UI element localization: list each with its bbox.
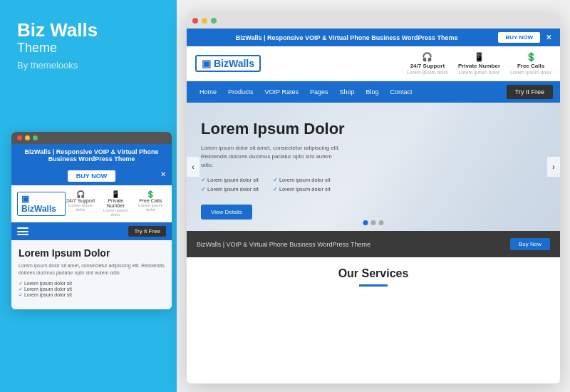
maximize-dot xyxy=(33,135,38,140)
mobile-buy-button[interactable]: BUY NOW xyxy=(68,170,115,182)
mobile-calls-icon: 💲 Free Calls Lorem ipsum dolor xyxy=(135,190,166,217)
hero-dot-1[interactable] xyxy=(363,220,368,225)
hero-dot-3[interactable] xyxy=(379,220,384,225)
mobile-hero-text: Lorem ipsum dolor sit amet, consectetur … xyxy=(19,262,165,277)
calls-label: Free Calls xyxy=(517,63,544,69)
nav-products[interactable]: Products xyxy=(222,81,259,103)
mobile-hero: Lorem Ipsum Dolor Lorem ipsum dolor sit … xyxy=(11,240,172,309)
mobile-header-icons: 🎧 24/7 Support Lorem ipsum dolor 📱 Priva… xyxy=(66,190,166,217)
desktop-mockup: BizWalls | Responsive VOIP & Virtual Pho… xyxy=(187,13,560,383)
mobile-try-free-button[interactable]: Try It Free xyxy=(128,226,166,237)
mobile-nav: Try It Free xyxy=(11,222,172,240)
desktop-support: 🎧 24/7 Support Lorem ipsum dolor xyxy=(407,52,448,75)
desktop-hero-lists: Lorem ipsum dolor sit Lorem ipsum dolor … xyxy=(201,177,546,195)
logo-box-icon: ▣ xyxy=(202,58,211,69)
phone-icon: 📱 xyxy=(100,190,131,198)
phone-icon: 📱 xyxy=(474,52,484,62)
services-underline xyxy=(359,284,388,287)
view-details-button[interactable]: View Details xyxy=(201,205,252,220)
nav-voip[interactable]: VOIP Rates xyxy=(259,81,304,103)
support-sub: Lorem ipsum dolor xyxy=(407,70,448,75)
mobile-buy-bar: BUY NOW ✕ xyxy=(11,167,172,185)
support-sub: Lorem ipsum dolor xyxy=(66,203,96,212)
desktop-try-free-button[interactable]: Try It Free xyxy=(507,85,553,99)
hamburger-line1 xyxy=(17,227,28,229)
minimize-dot xyxy=(25,135,30,140)
desktop-titlebar xyxy=(187,13,560,29)
desktop-logo-text: BizWalls xyxy=(214,58,254,69)
minimize-dot xyxy=(202,18,207,24)
mobile-hero-title: Lorem Ipsum Dolor xyxy=(19,247,165,259)
mobile-header: ▣ BizWalls 🎧 24/7 Support Lorem ipsum do… xyxy=(11,185,172,222)
nav-shop[interactable]: Shop xyxy=(333,81,360,103)
mobile-close-icon[interactable]: ✕ xyxy=(160,170,166,178)
nav-contact[interactable]: Contact xyxy=(384,81,418,103)
list-item: Lorem ipsum dolor sit xyxy=(19,292,165,298)
private-sub: Lorem ipsum dolor xyxy=(458,70,499,75)
title-text: Biz Walls xyxy=(17,20,160,41)
nav-pages[interactable]: Pages xyxy=(304,81,334,103)
list-item: Lorem ipsum dolor sit xyxy=(273,177,331,183)
headphone-icon: 🎧 xyxy=(422,52,432,62)
hero-dot-2[interactable] xyxy=(371,220,376,225)
mobile-notif-text: BizWalls | Responsive VOIP & Virtual Pho… xyxy=(25,148,159,163)
author-text: By themelooks xyxy=(17,60,160,71)
mobile-private-icon: 📱 Private Number Lorem ipsum dolor xyxy=(100,190,131,217)
hamburger-menu[interactable] xyxy=(17,227,28,235)
calls-label: Free Calls xyxy=(135,198,166,203)
left-panel: Biz Walls Theme By themelooks BizWalls |… xyxy=(0,0,177,392)
desktop-hero: ‹ Lorem Ipsum Dolor Lorem ipsum dolor si… xyxy=(187,103,560,231)
logo-icon: ▣ xyxy=(21,194,29,204)
desktop-hero-text: Lorem ipsum dolor sit amet, consectetur … xyxy=(201,144,343,170)
desktop-hero-title: Lorem Ipsum Dolor xyxy=(201,120,546,138)
calls-sub: Lorem ipsum dolor xyxy=(135,203,166,212)
headphone-icon: 🎧 xyxy=(66,190,96,198)
footer-text: BizWalls | VOIP & Virtual Phone Business… xyxy=(197,241,370,248)
desktop-buy-button[interactable]: BUY NOW xyxy=(498,32,540,43)
private-sub: Lorem ipsum dolor xyxy=(100,208,131,217)
list-item: Lorem ipsum dolor sit xyxy=(19,287,165,292)
maximize-dot xyxy=(211,18,217,24)
close-dot xyxy=(17,135,22,140)
desktop-header: ▣ BizWalls 🎧 24/7 Support Lorem ipsum do… xyxy=(187,46,560,81)
footer-buy-button[interactable]: Buy Now xyxy=(510,238,550,250)
private-label: Private Number xyxy=(458,63,500,69)
desktop-calls: 💲 Free Calls Lorem ipsum dolor xyxy=(510,52,551,75)
support-label: 24/7 Support xyxy=(410,63,445,69)
list-item: Lorem ipsum dolor sit xyxy=(273,186,331,192)
list-item: Lorem ipsum dolor sit xyxy=(201,186,259,192)
mobile-mockup: BizWalls | Responsive VOIP & Virtual Pho… xyxy=(11,132,172,309)
list-item: Lorem ipsum dolor sit xyxy=(19,281,165,287)
desktop-logo: ▣ BizWalls xyxy=(195,55,261,72)
hero-list-left: Lorem ipsum dolor sit Lorem ipsum dolor … xyxy=(201,177,259,195)
hero-list-right: Lorem ipsum dolor sit Lorem ipsum dolor … xyxy=(273,177,331,195)
mobile-hero-list: Lorem ipsum dolor sit Lorem ipsum dolor … xyxy=(19,281,165,298)
hero-next-button[interactable]: › xyxy=(547,157,560,177)
private-label: Private Number xyxy=(100,198,131,208)
list-item: Lorem ipsum dolor sit xyxy=(201,177,259,183)
mobile-notification: BizWalls | Responsive VOIP & Virtual Pho… xyxy=(11,144,172,167)
hamburger-line2 xyxy=(17,231,28,232)
mobile-support-icon: 🎧 24/7 Support Lorem ipsum dolor xyxy=(66,190,96,217)
desktop-close-icon[interactable]: ✕ xyxy=(546,33,551,41)
services-title: Our Services xyxy=(197,267,550,280)
close-dot xyxy=(192,18,198,24)
nav-home[interactable]: Home xyxy=(194,81,222,103)
mobile-titlebar xyxy=(11,132,172,144)
nav-blog[interactable]: Blog xyxy=(360,81,384,103)
hero-prev-button[interactable]: ‹ xyxy=(187,157,200,177)
desktop-notification: BizWalls | Responsive VOIP & Virtual Pho… xyxy=(187,29,560,46)
support-label: 24/7 Support xyxy=(66,198,96,203)
mobile-logo-text: BizWalls xyxy=(21,204,56,214)
desktop-private: 📱 Private Number Lorem ipsum dolor xyxy=(458,52,500,75)
dollar-icon: 💲 xyxy=(135,190,166,198)
theme-title: Biz Walls Theme By themelooks xyxy=(17,20,160,71)
calls-sub: Lorem ipsum dolor xyxy=(510,70,551,75)
subtitle-text: Theme xyxy=(17,41,160,56)
mobile-logo: ▣ BizWalls xyxy=(17,192,66,216)
desktop-nav: Home Products VOIP Rates Pages Shop Blog… xyxy=(187,81,560,103)
desktop-footer-bar: BizWalls | VOIP & Virtual Phone Business… xyxy=(187,231,560,257)
hamburger-line3 xyxy=(17,234,28,235)
dollar-icon: 💲 xyxy=(526,52,537,62)
right-panel: BizWalls | Responsive VOIP & Virtual Pho… xyxy=(177,0,570,392)
